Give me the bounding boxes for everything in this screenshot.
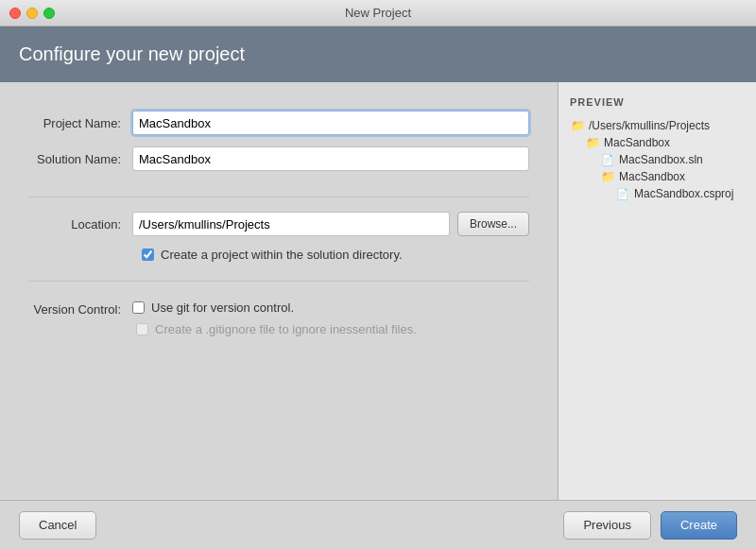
divider-2	[28, 281, 529, 282]
file-icon: 📄	[600, 153, 615, 166]
create-button[interactable]: Create	[661, 511, 737, 540]
version-control-label: Version Control:	[28, 300, 132, 317]
git-label: Use git for version control.	[151, 300, 294, 315]
window-title: New Project	[345, 6, 411, 20]
minimize-button[interactable]	[26, 8, 38, 19]
bottom-right-buttons: Previous Create	[563, 511, 737, 540]
maximize-button[interactable]	[43, 8, 55, 19]
gitignore-checkbox[interactable]	[136, 323, 148, 335]
tree-item: 📁 MacSandbox	[570, 168, 745, 185]
solution-name-label: Solution Name:	[28, 152, 132, 166]
gitignore-label: Create a .gitignore file to ignore iness…	[155, 322, 417, 336]
version-control-row: Version Control: Use git for version con…	[28, 300, 529, 336]
tree-item: 📄 MacSandbox.sln	[570, 151, 745, 168]
previous-button[interactable]: Previous	[563, 511, 651, 540]
main-window: Configure your new project Project Name:…	[0, 26, 756, 549]
solution-dir-checkbox[interactable]	[142, 249, 154, 261]
form-section: Project Name: Solution Name:	[0, 111, 558, 182]
location-section: Location: Browse... Create a project wit…	[0, 212, 558, 266]
tree-item: 📄 MacSandbox.csproj	[570, 185, 745, 202]
page-header: Configure your new project	[0, 26, 756, 82]
tree-item-label: MacSandbox.sln	[619, 153, 703, 166]
location-row: Location: Browse...	[28, 212, 529, 236]
tree-item: 📁 MacSandbox	[570, 134, 745, 151]
project-name-label: Project Name:	[28, 116, 132, 130]
cancel-button[interactable]: Cancel	[19, 511, 96, 540]
preview-title: PREVIEW	[570, 96, 745, 108]
tree-item-label: /Users/kmullins/Projects	[589, 119, 710, 132]
window-controls[interactable]	[9, 8, 55, 19]
preview-panel: PREVIEW 📁 /Users/kmullins/Projects 📁 Mac…	[558, 82, 756, 500]
title-bar: New Project	[0, 0, 756, 26]
close-button[interactable]	[9, 8, 21, 19]
solution-dir-label: Create a project within the solution dir…	[161, 248, 403, 262]
vc-options: Use git for version control. Create a .g…	[132, 300, 529, 336]
page-title: Configure your new project	[19, 43, 737, 65]
folder-icon: 📁	[570, 119, 585, 132]
tree-item-label: MacSandbox.csproj	[634, 187, 733, 200]
browse-button[interactable]: Browse...	[457, 212, 529, 236]
solution-name-row: Solution Name:	[28, 146, 529, 171]
location-input[interactable]	[132, 212, 450, 236]
bottom-bar: Cancel Previous Create	[0, 500, 756, 549]
git-checkbox[interactable]	[132, 301, 145, 314]
folder-icon: 📁	[600, 170, 615, 183]
tree-item: 📁 /Users/kmullins/Projects	[570, 117, 745, 134]
content-area: Project Name: Solution Name: Location: B…	[0, 82, 756, 500]
solution-dir-checkbox-row: Create a project within the solution dir…	[28, 248, 529, 262]
folder-icon: 📁	[585, 136, 600, 149]
project-name-input[interactable]	[132, 111, 529, 135]
divider-1	[28, 197, 529, 197]
project-name-row: Project Name:	[28, 111, 529, 135]
git-checkbox-row: Use git for version control.	[132, 300, 529, 315]
location-label: Location:	[28, 217, 132, 232]
file-icon: 📄	[615, 187, 630, 200]
tree-item-label: MacSandbox	[619, 170, 685, 183]
version-control-section: Version Control: Use git for version con…	[0, 300, 558, 336]
tree-item-label: MacSandbox	[604, 136, 670, 149]
gitignore-checkbox-row: Create a .gitignore file to ignore iness…	[136, 322, 529, 336]
left-panel: Project Name: Solution Name: Location: B…	[0, 82, 558, 500]
location-wrapper: Browse...	[132, 212, 529, 236]
solution-name-input[interactable]	[132, 146, 529, 171]
